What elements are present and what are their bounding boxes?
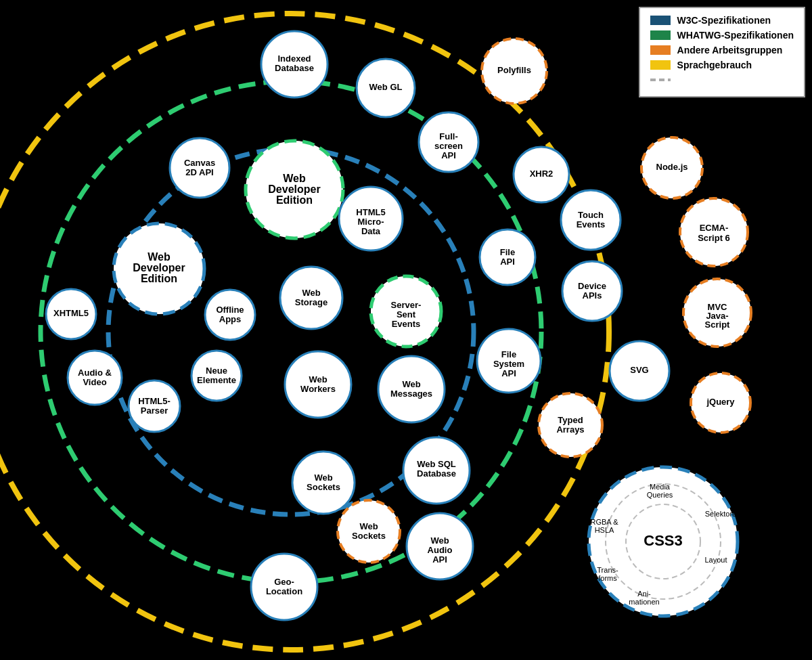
svg-text:Web: Web: [302, 288, 320, 298]
svg-text:Server-: Server-: [391, 300, 422, 310]
svg-text:Audio: Audio: [428, 545, 453, 555]
svg-text:Database: Database: [275, 63, 314, 73]
svg-text:Polyfills: Polyfills: [497, 65, 531, 75]
svg-text:CSS3: CSS3: [644, 532, 682, 549]
svg-text:System: System: [493, 359, 524, 369]
svg-text:XHTML5: XHTML5: [53, 308, 89, 318]
svg-text:Micro-: Micro-: [358, 217, 384, 227]
svg-text:Script: Script: [705, 320, 731, 330]
svg-text:Device: Device: [578, 281, 606, 291]
svg-text:ECMA-: ECMA-: [700, 223, 729, 233]
legend-label-other: Andere Arbeitsgruppen: [677, 45, 783, 56]
svg-text:HTML5-: HTML5-: [138, 396, 171, 406]
svg-text:Full-: Full-: [439, 131, 457, 141]
svg-text:XHR2: XHR2: [530, 169, 554, 179]
svg-text:Ani-: Ani-: [637, 590, 651, 598]
svg-text:HSLA: HSLA: [595, 526, 614, 534]
legend-swatch-w3c: [650, 16, 671, 25]
svg-text:Geo-: Geo-: [274, 577, 294, 587]
svg-text:Typed: Typed: [558, 415, 583, 425]
legend: W3C-Spezifikationen WHATWG-Spezifikation…: [639, 7, 805, 97]
svg-text:Web SQL: Web SQL: [417, 459, 456, 469]
svg-text:Edition: Edition: [276, 194, 313, 206]
svg-text:API: API: [441, 150, 456, 160]
svg-text:File: File: [500, 247, 515, 257]
svg-text:Location: Location: [266, 586, 302, 596]
svg-text:Web GL: Web GL: [369, 82, 403, 92]
svg-text:2D API: 2D API: [185, 167, 213, 177]
svg-text:Events: Events: [577, 219, 606, 229]
legend-swatch-usage: [650, 60, 671, 70]
svg-text:Sockets: Sockets: [307, 482, 340, 492]
svg-text:Queries: Queries: [647, 491, 673, 499]
legend-item-whatwg: WHATWG-Spezifikationen: [650, 30, 794, 41]
svg-text:mationen: mationen: [629, 598, 659, 606]
svg-text:Developer: Developer: [268, 183, 320, 195]
svg-text:API: API: [501, 368, 516, 378]
svg-text:RGBA &: RGBA &: [591, 518, 619, 526]
svg-text:Canvas: Canvas: [184, 158, 215, 168]
svg-text:APIs: APIs: [583, 290, 602, 301]
svg-text:Sockets: Sockets: [352, 531, 386, 541]
svg-text:Media: Media: [650, 483, 671, 491]
svg-text:Node.js: Node.js: [656, 162, 688, 172]
svg-text:Web: Web: [283, 173, 306, 184]
svg-text:screen: screen: [434, 141, 463, 151]
legend-item-w3c: W3C-Spezifikationen: [650, 15, 794, 26]
svg-text:Storage: Storage: [295, 297, 328, 307]
svg-text:Web: Web: [148, 251, 171, 263]
svg-text:Neue: Neue: [206, 366, 227, 376]
svg-text:Layout: Layout: [704, 556, 727, 564]
svg-text:Messages: Messages: [390, 389, 432, 399]
svg-text:Web: Web: [402, 379, 420, 389]
svg-text:API: API: [500, 257, 515, 267]
svg-text:Script 6: Script 6: [698, 233, 730, 243]
legend-swatch-whatwg: [650, 30, 671, 40]
svg-text:Touch: Touch: [578, 210, 604, 220]
svg-text:Parser: Parser: [141, 405, 168, 416]
svg-text:Elemente: Elemente: [197, 375, 236, 385]
svg-text:API: API: [432, 554, 447, 565]
svg-text:SVG: SVG: [630, 365, 648, 375]
svg-text:Web: Web: [359, 521, 378, 531]
svg-text:Web: Web: [309, 374, 327, 384]
legend-item-other: Andere Arbeitsgruppen: [650, 45, 794, 56]
legend-label-w3c: W3C-Spezifikationen: [677, 15, 771, 26]
svg-text:Developer: Developer: [133, 262, 185, 273]
svg-text:jQuery: jQuery: [706, 397, 735, 407]
legend-swatch-other: [650, 45, 671, 55]
legend-label-gray: [677, 74, 680, 85]
svg-text:Edition: Edition: [141, 273, 177, 284]
svg-text:Sent: Sent: [397, 309, 416, 320]
svg-text:forms: forms: [598, 574, 617, 582]
svg-text:Indexed: Indexed: [277, 53, 311, 64]
svg-text:Arrays: Arrays: [556, 424, 584, 435]
svg-text:Video: Video: [83, 377, 106, 387]
legend-label-whatwg: WHATWG-Spezifikationen: [677, 30, 794, 41]
svg-text:Offline: Offline: [216, 305, 244, 315]
svg-text:HTML5: HTML5: [356, 207, 385, 217]
legend-item-usage: Sprachgebrauch: [650, 60, 794, 70]
svg-text:Trans-: Trans-: [597, 566, 618, 574]
svg-text:Web: Web: [430, 535, 449, 546]
svg-text:Web: Web: [314, 472, 332, 483]
svg-text:File: File: [501, 349, 516, 359]
svg-text:Apps: Apps: [219, 314, 242, 324]
legend-item-gray: [650, 74, 794, 85]
svg-text:Selektoren: Selektoren: [705, 510, 741, 518]
svg-text:Data: Data: [361, 226, 381, 236]
svg-text:Workers: Workers: [300, 384, 336, 394]
svg-text:Audio &: Audio &: [78, 368, 112, 378]
svg-text:Events: Events: [392, 319, 421, 329]
svg-text:Database: Database: [417, 468, 456, 479]
legend-label-usage: Sprachgebrauch: [677, 60, 752, 70]
